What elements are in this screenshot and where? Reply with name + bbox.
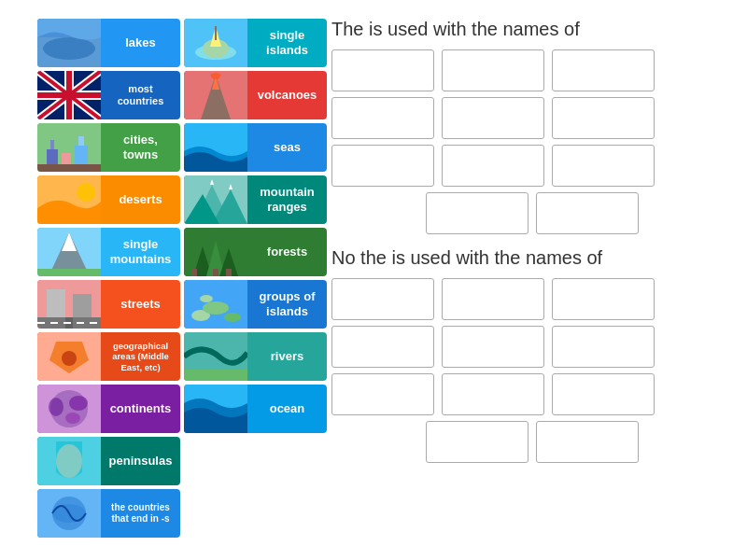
single-islands-image (184, 19, 247, 67)
section2-row3 (331, 373, 733, 415)
drop-box[interactable] (426, 192, 529, 234)
geo-areas-label: geographical areas (Middle East, etc) (101, 337, 180, 376)
drop-box[interactable] (331, 326, 434, 368)
drop-box[interactable] (331, 49, 434, 91)
right-panel: The is used with the names of No the is … (331, 19, 733, 476)
volcanoes-image (184, 71, 247, 119)
drag-item-deserts[interactable]: deserts (37, 175, 180, 224)
svg-point-1 (43, 37, 95, 60)
svg-point-67 (65, 413, 80, 424)
countries-s-image (37, 489, 101, 538)
drop-box[interactable] (442, 326, 544, 368)
cities-image (37, 123, 101, 172)
svg-rect-62 (184, 370, 247, 381)
rivers-image (184, 332, 247, 381)
svg-point-60 (62, 351, 77, 366)
svg-rect-45 (191, 269, 197, 276)
drag-item-forests[interactable]: forests (184, 228, 327, 276)
groups-islands-label: groups of islands (247, 286, 327, 322)
forests-label: forests (247, 241, 327, 263)
groups-islands-image (184, 280, 247, 329)
drag-item-groups-islands[interactable]: groups of islands (184, 280, 327, 329)
section2-row4 (331, 421, 733, 463)
drop-box[interactable] (442, 49, 544, 91)
deserts-label: deserts (101, 189, 180, 211)
single-mountains-image (37, 228, 101, 276)
drop-box[interactable] (331, 97, 434, 139)
drag-item-cities[interactable]: cities, towns (37, 123, 180, 172)
svg-point-65 (49, 398, 63, 416)
drop-box[interactable] (426, 421, 529, 463)
drop-box[interactable] (552, 97, 655, 139)
lakes-image (37, 19, 101, 67)
drag-item-lakes[interactable]: lakes (37, 19, 180, 67)
ocean-image (184, 385, 247, 433)
seas-label: seas (247, 136, 327, 159)
drop-box[interactable] (442, 373, 544, 415)
drag-item-single-islands[interactable]: single islands (184, 19, 327, 67)
drag-item-ocean[interactable]: ocean (184, 385, 327, 433)
drag-item-single-mountains[interactable]: single mountains (37, 228, 180, 276)
drop-box[interactable] (331, 373, 434, 415)
drag-item-volcanoes[interactable]: volcanoes (184, 71, 327, 119)
drag-items-panel: lakes single islands most countries (37, 19, 327, 538)
svg-rect-27 (37, 164, 101, 172)
forests-image (184, 228, 247, 276)
rivers-label: rivers (247, 345, 327, 368)
continents-image (37, 385, 101, 433)
section2-title: No the is used with the names of (331, 247, 733, 269)
section1-row1 (331, 49, 733, 91)
drag-item-mountain-ranges[interactable]: mountain ranges (184, 175, 327, 224)
drop-box[interactable] (442, 278, 544, 320)
mountain-ranges-label: mountain ranges (247, 181, 327, 217)
ocean-label: ocean (247, 398, 327, 420)
most-countries-image (37, 71, 101, 119)
single-mountains-label: single mountains (101, 233, 180, 270)
section1-row3 (331, 145, 733, 187)
streets-label: streets (101, 293, 180, 315)
geo-areas-image (37, 332, 101, 381)
drop-box[interactable] (536, 192, 639, 234)
drag-item-streets[interactable]: streets (37, 280, 180, 329)
drop-box[interactable] (552, 326, 655, 368)
drop-box[interactable] (331, 145, 434, 187)
drop-box[interactable] (442, 145, 544, 187)
continents-label: continents (101, 398, 180, 420)
lakes-label: lakes (101, 32, 180, 54)
svg-point-56 (203, 301, 229, 315)
drop-box[interactable] (331, 278, 434, 320)
svg-rect-7 (215, 26, 217, 40)
drop-box[interactable] (536, 421, 639, 463)
svg-rect-47 (226, 269, 232, 276)
svg-point-57 (224, 313, 241, 322)
mountain-ranges-image (184, 175, 247, 224)
svg-point-30 (77, 183, 95, 202)
volcanoes-label: volcanoes (247, 84, 327, 106)
drag-item-continents[interactable]: continents (37, 385, 180, 433)
section1-row4 (331, 192, 733, 234)
section1-row2 (331, 97, 733, 139)
drop-box[interactable] (552, 145, 655, 187)
svg-rect-26 (78, 136, 84, 146)
svg-rect-51 (73, 294, 92, 317)
peninsulas-label: peninsulas (101, 450, 180, 472)
most-countries-label: most countries (101, 79, 180, 111)
svg-rect-40 (37, 269, 101, 276)
svg-point-70 (56, 444, 82, 478)
drop-box[interactable] (442, 97, 544, 139)
svg-rect-46 (213, 269, 218, 276)
drop-box[interactable] (552, 49, 655, 91)
drag-item-countries-s[interactable]: the countries that end in -s (37, 489, 180, 538)
drop-box[interactable] (552, 278, 655, 320)
countries-s-label: the countries that end in -s (101, 498, 180, 528)
drag-item-peninsulas[interactable]: peninsulas (37, 437, 180, 485)
drag-item-geo-areas[interactable]: geographical areas (Middle East, etc) (37, 332, 180, 381)
svg-rect-23 (50, 140, 54, 149)
section1-title: The is used with the names of (331, 19, 733, 40)
drop-box[interactable] (552, 373, 655, 415)
drag-item-seas[interactable]: seas (184, 123, 327, 172)
cities-label: cities, towns (101, 129, 180, 165)
drag-item-most-countries[interactable]: most countries (37, 71, 180, 119)
section2-row2 (331, 326, 733, 368)
drag-item-rivers[interactable]: rivers (184, 332, 327, 381)
